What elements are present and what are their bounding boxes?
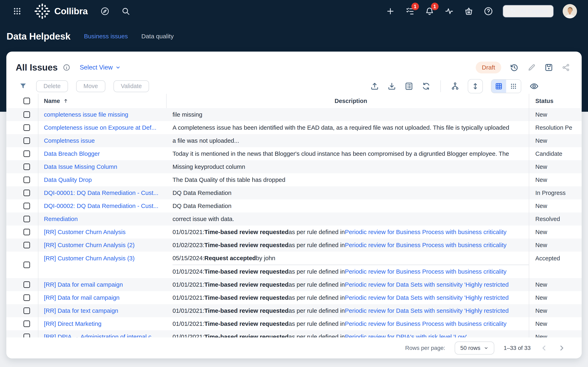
create-plus-icon[interactable]: [385, 6, 396, 17]
asset-name-link[interactable]: [RR] Customer Churn Analysis (3): [44, 255, 135, 262]
next-page-button[interactable]: [558, 344, 566, 352]
asset-name-link[interactable]: DQI-00001: DQ Data Remediation - Cust...: [44, 189, 158, 196]
row-checkbox[interactable]: [24, 281, 30, 288]
column-header-description[interactable]: Description: [166, 94, 529, 108]
asset-name-link[interactable]: [RR] Data for mail campaign: [44, 294, 120, 301]
table-row[interactable]: [RR] Data for mail campaign01/01/2021: T…: [6, 291, 582, 304]
table-row[interactable]: completeness issue file missingfile miss…: [6, 108, 582, 121]
rule-link[interactable]: Periodic review for Business Process wit…: [345, 229, 507, 235]
previous-page-button[interactable]: [540, 344, 548, 352]
validate-button[interactable]: Validate: [113, 80, 149, 92]
table-row[interactable]: [RR] Data for text campaign01/01/2021: T…: [6, 304, 582, 317]
row-checkbox[interactable]: [24, 320, 30, 327]
table-row[interactable]: DQI-00002: DQ Data Remediation - Cust...…: [6, 200, 582, 212]
row-checkbox[interactable]: [24, 216, 30, 222]
table-row[interactable]: Completness issuea file was not uploaded…: [6, 134, 582, 147]
table-row[interactable]: [RR] Customer Churn Analysis01/01/2021: …: [6, 225, 582, 239]
export-upload-icon[interactable]: [370, 82, 379, 91]
asset-name-link[interactable]: [RR] Customer Churn Analysis (2): [44, 242, 135, 249]
info-icon[interactable]: [63, 64, 70, 71]
user-avatar[interactable]: [563, 4, 577, 18]
asset-name-link[interactable]: [RR] DPIA → Administration of internal c…: [44, 333, 156, 337]
rule-link[interactable]: Periodic review for Data Sets with sensi…: [345, 281, 509, 288]
table-row[interactable]: DQI-00001: DQ Data Remediation - Cust...…: [6, 186, 582, 200]
row-checkbox[interactable]: [24, 150, 30, 157]
asset-name-link[interactable]: [RR] Data for email campaign: [44, 281, 123, 288]
edit-pencil-icon[interactable]: [527, 63, 536, 72]
row-checkbox[interactable]: [24, 190, 30, 196]
marketplace-basket-icon[interactable]: [463, 6, 474, 17]
select-all-checkbox[interactable]: [24, 98, 30, 104]
asset-name-link[interactable]: [RR] Data for text campaign: [44, 307, 118, 314]
delete-button[interactable]: Delete: [36, 80, 68, 92]
table-view-icon[interactable]: [492, 80, 506, 93]
refresh-icon[interactable]: [422, 82, 431, 91]
row-checkbox[interactable]: [24, 203, 30, 209]
rule-link[interactable]: Periodic review for Business Process wit…: [345, 320, 507, 327]
row-checkbox[interactable]: [24, 164, 30, 170]
rule-link[interactable]: Periodic review for Business Process wit…: [345, 268, 507, 275]
row-checkbox[interactable]: [24, 124, 30, 131]
activity-pulse-icon[interactable]: [444, 6, 454, 17]
row-checkbox[interactable]: [24, 111, 30, 118]
notifications-bell-icon[interactable]: 1: [424, 6, 435, 17]
table-row[interactable]: [RR] Direct Marketing01/01/2021: Time-ba…: [6, 317, 582, 330]
asset-name-link[interactable]: DQI-00002: DQ Data Remediation - Cust...: [44, 202, 158, 209]
asset-name-link[interactable]: Completness issue: [44, 137, 95, 144]
save-icon[interactable]: [545, 63, 553, 72]
select-view-dropdown[interactable]: Select View: [80, 64, 121, 71]
table-row[interactable]: Completeness issue on Exposure at Def...…: [6, 121, 582, 134]
row-checkbox[interactable]: [24, 262, 30, 268]
search-icon[interactable]: [121, 6, 131, 17]
asset-name-link[interactable]: [RR] Customer Churn Analysis: [44, 229, 126, 235]
table-row[interactable]: Data Issue Missing ColumnMissing keyprod…: [6, 160, 582, 173]
asset-name-link[interactable]: Data Breach Blogger: [44, 150, 100, 157]
asset-name-link[interactable]: Data Issue Missing Column: [44, 163, 117, 170]
row-checkbox[interactable]: [24, 137, 30, 144]
asset-name-link[interactable]: [RR] Direct Marketing: [44, 320, 102, 327]
row-checkbox[interactable]: [24, 308, 30, 314]
row-checkbox[interactable]: [24, 176, 30, 183]
compass-icon[interactable]: [100, 6, 110, 17]
rows-per-page-select[interactable]: 50 rows: [455, 342, 494, 355]
table-row[interactable]: [RR] Data for email campaign01/01/2021: …: [6, 278, 582, 291]
table-row[interactable]: [RR] Customer Churn Analysis (2)01/02/20…: [6, 239, 582, 252]
tasks-icon[interactable]: 1: [405, 6, 415, 17]
hierarchy-icon[interactable]: [450, 82, 459, 91]
row-checkbox[interactable]: [24, 294, 30, 301]
table-row[interactable]: [RR] DPIA → Administration of internal c…: [6, 330, 582, 337]
visibility-eye-icon[interactable]: [529, 82, 539, 91]
column-header-name[interactable]: Name: [38, 94, 166, 108]
card-view-icon[interactable]: [506, 80, 521, 93]
row-checkbox[interactable]: [24, 229, 30, 235]
apps-grid-icon[interactable]: [12, 6, 22, 17]
column-header-status[interactable]: Status: [529, 94, 582, 108]
description-text: 01/01/2021:: [173, 294, 204, 301]
description-bold-text: Time-based review requested: [204, 320, 289, 327]
ai-copilot-button[interactable]: AI Copilot: [503, 5, 554, 17]
row-checkbox[interactable]: [24, 242, 30, 248]
table-row[interactable]: [RR] Customer Churn Analysis (3)05/15/20…: [6, 252, 582, 278]
tab-business-issues[interactable]: Business issues: [84, 33, 128, 40]
move-button[interactable]: Move: [76, 80, 105, 92]
rule-link[interactable]: Periodic review for Business Process wit…: [345, 242, 507, 249]
asset-name-link[interactable]: Completeness issue on Exposure at Def...: [44, 124, 156, 131]
rule-link[interactable]: Periodic review for DPIA's with risk lev…: [345, 333, 467, 337]
asset-name-link[interactable]: Remediation: [44, 216, 78, 222]
asset-name-link[interactable]: completeness issue file missing: [44, 111, 128, 118]
report-list-icon[interactable]: [405, 82, 414, 91]
help-icon[interactable]: [483, 6, 494, 17]
table-row[interactable]: Remediationcorrect issue with data.Resol…: [6, 212, 582, 225]
asset-name-link[interactable]: Data Quality Drop: [44, 176, 92, 183]
row-height-icon[interactable]: [468, 79, 483, 93]
table-row[interactable]: Data Breach BloggerToday it is mentioned…: [6, 147, 582, 160]
rule-link[interactable]: Periodic review for Data Sets with sensi…: [345, 307, 509, 314]
tab-data-quality[interactable]: Data quality: [141, 33, 173, 40]
row-checkbox[interactable]: [24, 334, 30, 337]
rule-link[interactable]: Periodic review for Data Sets with sensi…: [345, 294, 509, 301]
table-row[interactable]: Data Quality DropThe Data Quality of thi…: [6, 173, 582, 186]
import-download-icon[interactable]: [387, 82, 396, 91]
share-icon[interactable]: [562, 63, 570, 72]
filter-icon[interactable]: [19, 82, 27, 90]
history-icon[interactable]: [510, 63, 519, 72]
